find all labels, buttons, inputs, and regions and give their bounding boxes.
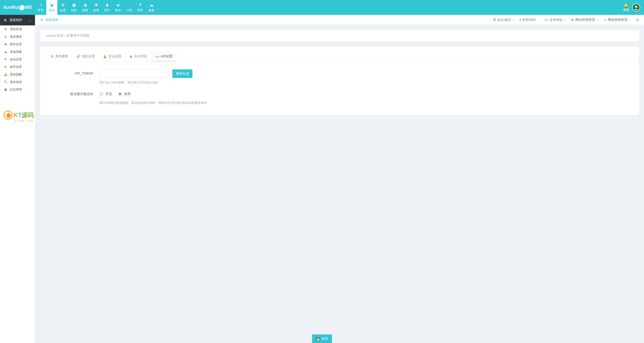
regenerate-button[interactable]: 重新生成: [172, 69, 192, 78]
sidebar-item-2[interactable]: 附件设置: [0, 40, 35, 48]
top-nav-9[interactable]: 财务: [135, 0, 146, 15]
radio-on-label: 开启: [105, 92, 112, 96]
gear-icon: [40, 18, 43, 22]
inner-tab-label: 安全设置: [108, 54, 122, 59]
main-content: 系统参数 • 站点SEO×栏目SEO×文件对比×网站管理管理×网友投稿管理× .…: [35, 15, 644, 120]
top-nav-label: 首页: [38, 8, 44, 12]
top-nav-1[interactable]: 系统: [46, 0, 57, 15]
captcha-radio-group: 开启 禁用: [99, 90, 633, 96]
top-nav-0[interactable]: 首页: [35, 0, 46, 15]
i-diamond-icon: [117, 3, 120, 7]
avatar[interactable]: [632, 4, 640, 12]
sidebar-item-5[interactable]: 邮件设置: [0, 63, 35, 71]
logo-suffix: MS: [25, 5, 32, 10]
sidebar-item-label: 系统体检: [10, 80, 22, 84]
i-globe-icon: [50, 3, 54, 7]
tab-link-1[interactable]: 栏目SEO×: [519, 18, 539, 22]
top-nav-8[interactable]: 订单: [124, 0, 135, 15]
close-icon[interactable]: ×: [538, 18, 539, 21]
top-nav-6[interactable]: 用户: [102, 0, 113, 15]
i-cart-icon: [127, 3, 132, 7]
sidebar-item-6[interactable]: 系统提醒: [0, 71, 35, 78]
i-user-icon: [105, 3, 109, 7]
captcha-row: 验证图片验证码 开启 禁用 通过API插件提交数据: [47, 90, 633, 105]
tab-link-2[interactable]: 文件对比×: [544, 18, 566, 22]
captcha-help: 通过API插件提交数据、发送短信验证码时，禁用后不进行图片验证码的验证操作: [99, 101, 633, 105]
sidebar-item-label: 短信设置: [10, 57, 22, 62]
sidebar-item-label: 系统提醒: [10, 72, 22, 77]
inner-tabs: 系统参数地址设置安全设置后台登录API设置: [47, 52, 633, 62]
api-token-input[interactable]: [99, 69, 170, 78]
gear-icon: [4, 18, 7, 22]
top-nav: 首页系统设置内容权限应用用户积分订单财务服务: [35, 0, 623, 15]
captcha-label: 验证图片验证码: [47, 90, 99, 105]
inner-tab-3[interactable]: 后台登录: [126, 52, 151, 62]
trash-icon[interactable]: [636, 18, 639, 22]
top-nav-label: 积分: [115, 8, 121, 13]
top-nav-label: 系统: [49, 8, 55, 13]
tab-link-0[interactable]: 站点SEO×: [493, 18, 514, 22]
logo-icon: [20, 5, 25, 10]
top-nav-5[interactable]: 应用: [91, 0, 102, 15]
form-area: API_TOKEN 重新生成 用于api_token参数，留空表示不开启此功能 …: [47, 62, 633, 115]
top-nav-2[interactable]: 设置: [57, 0, 68, 15]
sidebar-item-0[interactable]: 系统环境: [0, 25, 35, 33]
tab-link-label: 网站管理管理: [575, 18, 595, 22]
i-book-icon: [603, 18, 607, 22]
sidebar-item-1[interactable]: 系统缓存: [0, 33, 35, 40]
close-icon[interactable]: ×: [565, 18, 566, 21]
api-token-row: API_TOKEN 重新生成 用于api_token参数，留空表示不开启此功能: [47, 69, 633, 85]
tab-link-4[interactable]: 网友投稿管理×: [603, 18, 631, 22]
sidebar-item-7[interactable]: 系统体检: [0, 78, 35, 86]
i-calendar-icon: [4, 88, 7, 91]
inner-tab-4[interactable]: API设置: [151, 52, 177, 62]
inner-tab-1[interactable]: 地址设置: [72, 52, 99, 62]
i-home-icon: [39, 3, 42, 7]
tab-link-3[interactable]: 网站管理管理×: [571, 18, 598, 22]
top-header: XunRui MS 首页系统设置内容权限应用用户积分订单财务服务 提醒: [0, 0, 644, 15]
i-code-icon: [544, 18, 548, 22]
i-cogs-icon: [61, 3, 65, 7]
i-cog-icon: [51, 55, 54, 58]
top-nav-7[interactable]: 积分: [113, 0, 124, 15]
logo[interactable]: XunRui MS: [0, 0, 35, 15]
tab-link-label: 文件对比: [550, 18, 563, 22]
tab-link-label: 网友投稿管理: [608, 18, 627, 22]
close-icon[interactable]: ×: [513, 18, 514, 21]
tab-bar-current[interactable]: 系统参数 •: [40, 18, 61, 22]
sidebar-item-8[interactable]: 日志管理: [0, 86, 35, 93]
close-icon[interactable]: ×: [597, 18, 598, 21]
top-nav-10[interactable]: 服务: [146, 0, 157, 15]
sidebar: 系统维护 系统环境系统缓存附件设置存储策略短信设置邮件设置系统提醒系统体检日志管…: [0, 15, 35, 120]
sidebar-header[interactable]: 系统维护: [0, 15, 35, 25]
i-wrench-icon: [4, 80, 7, 84]
top-nav-label: 订单: [126, 8, 132, 13]
inner-tab-2[interactable]: 安全设置: [99, 52, 126, 62]
inner-tab-label: 系统参数: [55, 54, 68, 59]
chevron-down-icon: [28, 18, 31, 22]
api-token-label: API_TOKEN: [47, 69, 99, 85]
captcha-off-radio[interactable]: 禁用: [118, 92, 131, 96]
bell-icon: [624, 3, 629, 8]
sidebar-header-label: 系统维护: [9, 18, 22, 22]
i-grid-icon: [72, 3, 76, 7]
i-open-envelope-icon: [4, 65, 7, 69]
avatar-icon: [634, 5, 639, 10]
svg-point-0: [635, 6, 637, 8]
tab-bar-right: 站点SEO×栏目SEO×文件对比×网站管理管理×网友投稿管理×: [493, 18, 639, 22]
i-user-shield-icon: [83, 3, 87, 7]
notify-button[interactable]: 提醒: [623, 3, 629, 12]
top-nav-4[interactable]: 权限: [79, 0, 91, 15]
i-cloud-icon: [149, 3, 153, 7]
sidebar-item-4[interactable]: 短信设置: [0, 56, 35, 63]
settings-panel: 系统参数地址设置安全设置后台登录API设置 API_TOKEN 重新生成 用于a…: [40, 47, 639, 115]
captcha-on-radio[interactable]: 开启: [99, 92, 112, 96]
current-tab-label: 系统参数: [45, 18, 58, 22]
sidebar-item-label: 日志管理: [10, 88, 22, 92]
alert-message: ./cache/目录一定要有可写权限: [40, 30, 639, 41]
close-icon[interactable]: ×: [629, 18, 631, 21]
top-right: 提醒: [623, 0, 644, 15]
sidebar-item-3[interactable]: 存储策略: [0, 48, 35, 56]
inner-tab-0[interactable]: 系统参数: [47, 52, 72, 62]
top-nav-3[interactable]: 内容: [68, 0, 79, 15]
